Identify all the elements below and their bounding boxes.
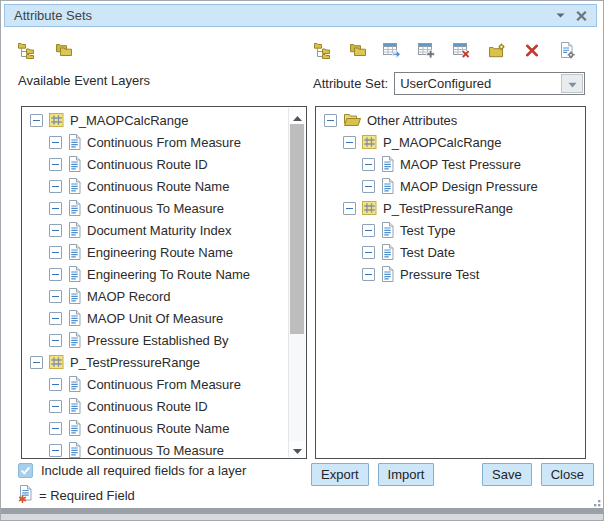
table-arrow-icon[interactable] <box>383 41 401 59</box>
combo-dropdown-button[interactable] <box>561 74 583 93</box>
tree-row[interactable]: Pressure Established By <box>22 329 288 351</box>
collapse-expander-icon[interactable] <box>49 136 62 149</box>
layer-tree-icon[interactable] <box>17 41 35 59</box>
tree-node-label: Continuous From Measure <box>87 377 241 392</box>
titlebar[interactable]: Attribute Sets <box>4 4 597 27</box>
titlebar-close-icon[interactable] <box>576 11 587 21</box>
import-button[interactable]: Import <box>378 463 435 486</box>
tree-row[interactable]: MAOP Unit Of Measure <box>22 307 288 329</box>
collapse-expander-icon[interactable] <box>49 422 62 435</box>
doc-gear-icon[interactable] <box>558 41 576 59</box>
collapse-expander-icon[interactable] <box>49 444 62 457</box>
tree-row[interactable]: MAOP Design Pressure <box>316 175 585 197</box>
collapse-expander-icon[interactable] <box>324 114 337 127</box>
tree-row[interactable]: Continuous To Measure <box>22 439 288 459</box>
collapse-expander-icon[interactable] <box>362 158 375 171</box>
folder-gear-icon[interactable] <box>488 41 506 59</box>
include-required-fields-label: Include all required fields for a layer <box>41 463 246 478</box>
tree-node-label: Document Maturity Index <box>87 223 232 238</box>
tree-row[interactable]: Document Maturity Index <box>22 219 288 241</box>
field-icon <box>68 266 81 282</box>
tree-row[interactable]: Continuous From Measure <box>22 373 288 395</box>
tree-node-label: Test Date <box>400 245 455 260</box>
collapse-expander-icon[interactable] <box>49 158 62 171</box>
tree-row[interactable]: Continuous To Measure <box>22 197 288 219</box>
collapse-expander-icon[interactable] <box>362 246 375 259</box>
tree-row[interactable]: Pressure Test <box>316 263 585 285</box>
field-icon <box>68 156 81 172</box>
event-layer-icon <box>362 201 377 215</box>
scrollbar-thumb[interactable] <box>290 124 304 334</box>
tree-row[interactable]: P_MAOPCalcRange <box>22 109 288 131</box>
tree-row[interactable]: Continuous Route Name <box>22 175 288 197</box>
tree-row[interactable]: Test Type <box>316 219 585 241</box>
scroll-up-icon <box>293 109 302 124</box>
collapse-expander-icon[interactable] <box>49 334 62 347</box>
table-x-icon[interactable] <box>453 41 471 59</box>
collapse-expander-icon[interactable] <box>362 180 375 193</box>
tree-row[interactable]: Engineering To Route Name <box>22 263 288 285</box>
tree-node-label: Continuous Route Name <box>87 179 229 194</box>
tree-row[interactable]: MAOP Record <box>22 285 288 307</box>
include-required-fields-checkbox[interactable] <box>18 463 33 478</box>
field-icon <box>381 266 394 282</box>
tree-row[interactable]: P_TestPressureRange <box>316 197 585 219</box>
save-button[interactable]: Save <box>482 463 532 486</box>
tree-row[interactable]: Continuous Route ID <box>22 395 288 417</box>
collapse-expander-icon[interactable] <box>49 378 62 391</box>
tree-row[interactable]: Continuous Route ID <box>22 153 288 175</box>
export-button[interactable]: Export <box>311 463 369 486</box>
collapse-expander-icon[interactable] <box>30 356 43 369</box>
attribute-set-toolbar <box>313 41 576 59</box>
field-icon <box>381 244 394 260</box>
collapse-expander-icon[interactable] <box>49 400 62 413</box>
available-layers-tree: P_MAOPCalcRange Continuous From Measure <box>22 107 306 459</box>
field-icon <box>68 178 81 194</box>
tree-row[interactable]: Continuous From Measure <box>22 131 288 153</box>
required-field-legend-row: = Required Field <box>18 485 135 505</box>
event-layer-icon <box>49 355 64 369</box>
tree-node-label: Continuous Route ID <box>87 157 208 172</box>
folder-open-icon <box>343 113 361 127</box>
collapse-expander-icon[interactable] <box>49 202 62 215</box>
tree-row[interactable]: MAOP Test Pressure <box>316 153 585 175</box>
collapse-expander-icon[interactable] <box>49 290 62 303</box>
attribute-set-combobox[interactable]: UserConfigured <box>394 72 585 95</box>
delete-x-icon[interactable] <box>523 41 541 59</box>
folders-icon[interactable] <box>54 41 72 59</box>
scroll-up-button[interactable] <box>289 108 305 124</box>
tree-row[interactable]: P_MAOPCalcRange <box>316 131 585 153</box>
collapse-expander-icon[interactable] <box>362 268 375 281</box>
export-import-buttons: Export Import <box>311 463 434 486</box>
table-plus-icon[interactable] <box>418 41 436 59</box>
tree-row[interactable]: Test Date <box>316 241 585 263</box>
folders-icon[interactable] <box>348 41 366 59</box>
layer-tree-icon[interactable] <box>313 41 331 59</box>
collapse-expander-icon[interactable] <box>49 180 62 193</box>
collapse-expander-icon[interactable] <box>30 114 43 127</box>
collapse-expander-icon[interactable] <box>343 202 356 215</box>
available-event-layers-heading: Available Event Layers <box>18 73 150 88</box>
attribute-set-row: Attribute Set: UserConfigured <box>313 71 585 95</box>
field-icon <box>68 288 81 304</box>
collapse-expander-icon[interactable] <box>49 268 62 281</box>
titlebar-caret-icon[interactable] <box>556 13 565 18</box>
collapse-expander-icon[interactable] <box>343 136 356 149</box>
vertical-scrollbar[interactable] <box>288 108 305 457</box>
collapse-expander-icon[interactable] <box>49 246 62 259</box>
tree-node-label: Engineering Route Name <box>87 245 233 260</box>
scroll-down-button[interactable] <box>289 441 305 457</box>
tree-node-label: P_MAOPCalcRange <box>383 135 502 150</box>
resize-grip[interactable] <box>590 500 601 512</box>
tree-row[interactable]: P_TestPressureRange <box>22 351 288 373</box>
tree-row[interactable]: Engineering Route Name <box>22 241 288 263</box>
field-icon <box>68 244 81 260</box>
tree-row[interactable]: Other Attributes <box>316 109 585 131</box>
collapse-expander-icon[interactable] <box>49 224 62 237</box>
collapse-expander-icon[interactable] <box>362 224 375 237</box>
field-icon <box>68 200 81 216</box>
close-button[interactable]: Close <box>541 463 594 486</box>
collapse-expander-icon[interactable] <box>49 312 62 325</box>
tree-node-label: MAOP Design Pressure <box>400 179 538 194</box>
tree-row[interactable]: Continuous Route Name <box>22 417 288 439</box>
